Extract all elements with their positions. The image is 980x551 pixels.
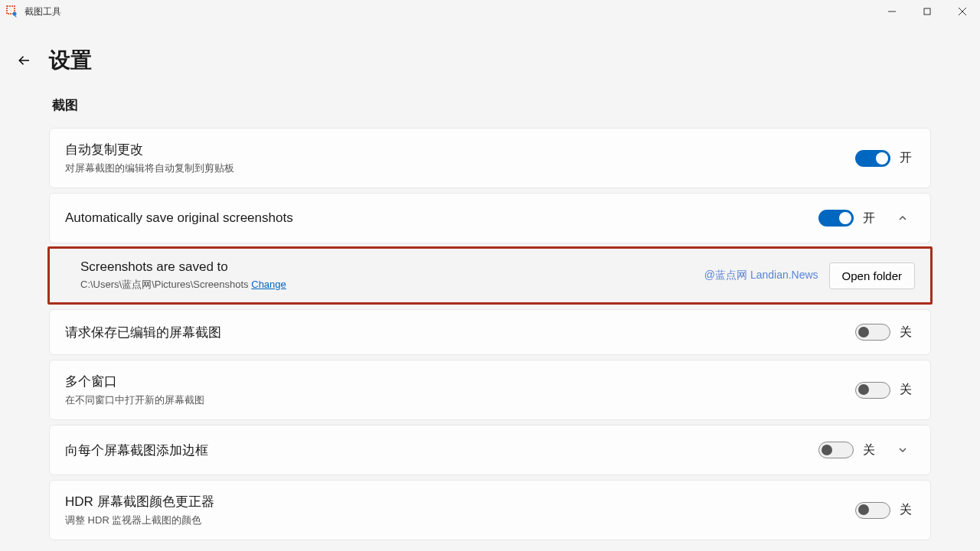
watermark: @蓝点网 Landian.News — [704, 269, 818, 282]
toggle-label: 关 — [900, 382, 912, 398]
close-button[interactable] — [945, 0, 980, 23]
setting-auto-save: Automatically save original screenshots … — [49, 193, 931, 243]
setting-title: 自动复制更改 — [65, 141, 855, 158]
open-folder-button[interactable]: Open folder — [829, 262, 915, 289]
save-location-path: C:\Users\蓝点网\Pictures\Screenshots — [80, 279, 249, 290]
toggle-label: 开 — [900, 150, 912, 166]
toggle-auto-save[interactable] — [818, 210, 854, 227]
toggle-label: 关 — [900, 324, 912, 341]
save-location-title: Screenshots are saved to — [80, 259, 704, 275]
setting-multi-window: 多个窗口 在不同窗口中打开新的屏幕截图 关 — [49, 360, 931, 420]
page-title: 设置 — [49, 46, 92, 75]
minimize-button[interactable] — [874, 0, 910, 23]
toggle-label: 开 — [863, 210, 875, 227]
setting-subtitle: 调整 HDR 监视器上截图的颜色 — [65, 514, 855, 527]
toggle-ask-save-edited[interactable] — [855, 324, 890, 341]
section-label-screenshots: 截图 — [52, 96, 931, 114]
maximize-button[interactable] — [910, 0, 945, 23]
setting-title: Automatically save original screenshots — [65, 210, 818, 226]
snipping-tool-icon — [6, 5, 18, 18]
setting-auto-copy: 自动复制更改 对屏幕截图的编辑将自动复制到剪贴板 开 — [49, 128, 931, 188]
setting-title: 向每个屏幕截图添加边框 — [65, 442, 818, 459]
toggle-hdr-corrector[interactable] — [855, 502, 890, 519]
setting-title: 多个窗口 — [65, 373, 855, 390]
svg-rect-4 — [924, 8, 930, 15]
setting-subtitle: 在不同窗口中打开新的屏幕截图 — [65, 393, 855, 407]
change-link[interactable]: Change — [251, 279, 286, 290]
setting-title: 请求保存已编辑的屏幕截图 — [65, 324, 855, 341]
chevron-up-icon[interactable] — [890, 206, 915, 230]
setting-title: HDR 屏幕截图颜色更正器 — [65, 493, 855, 510]
setting-ask-save-edited: 请求保存已编辑的屏幕截图 关 — [49, 309, 931, 355]
toggle-label: 关 — [863, 442, 875, 458]
toggle-auto-copy[interactable] — [855, 150, 890, 167]
setting-subtitle: 对屏幕截图的编辑将自动复制到剪贴板 — [65, 161, 855, 175]
save-location-path-line: C:\Users\蓝点网\Pictures\Screenshots Change — [80, 278, 704, 292]
page-header: 设置 — [0, 23, 980, 75]
toggle-add-border[interactable] — [818, 442, 854, 458]
setting-hdr-corrector: HDR 屏幕截图颜色更正器 调整 HDR 监视器上截图的颜色 关 — [49, 480, 931, 540]
setting-add-border: 向每个屏幕截图添加边框 关 — [49, 425, 931, 475]
back-button[interactable] — [11, 47, 38, 74]
window-controls — [874, 0, 980, 23]
toggle-multi-window[interactable] — [855, 382, 890, 399]
app-title: 截图工具 — [24, 5, 61, 18]
highlighted-save-location: Screenshots are saved to C:\Users\蓝点网\Pi… — [47, 246, 933, 305]
titlebar: 截图工具 — [0, 0, 980, 23]
chevron-down-icon[interactable] — [890, 438, 915, 462]
toggle-label: 关 — [900, 502, 912, 518]
settings-content: 截图 自动复制更改 对屏幕截图的编辑将自动复制到剪贴板 开 Automatica… — [0, 75, 980, 542]
